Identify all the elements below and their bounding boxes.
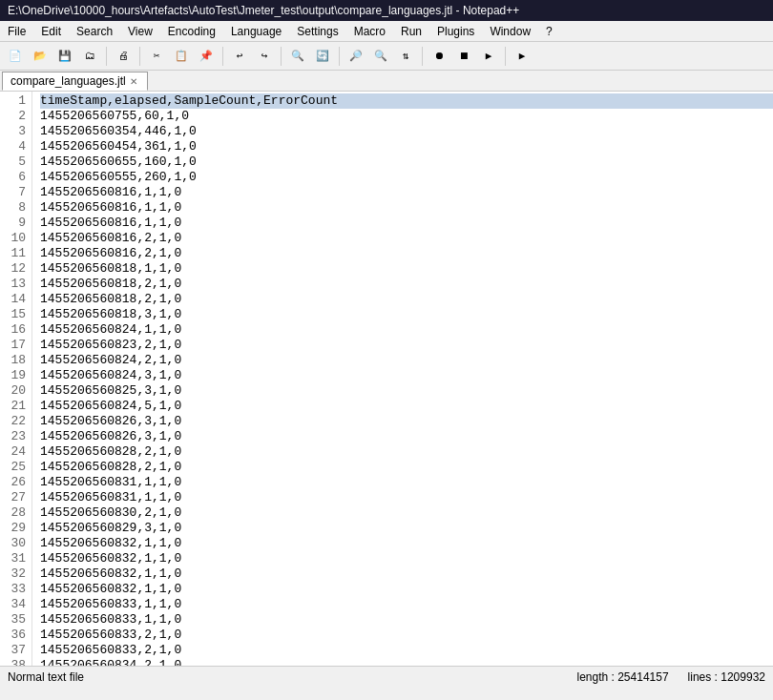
- code-line: 1455206560826,3,1,0: [40, 429, 773, 444]
- toolbar-sep-4: [281, 47, 282, 66]
- line-number: 12: [0, 261, 26, 277]
- line-number: 34: [0, 597, 26, 612]
- line-number: 38: [0, 658, 26, 666]
- line-number: 8: [0, 200, 26, 216]
- code-line: 1455206560832,1,1,0: [40, 582, 773, 597]
- menu-file[interactable]: File: [0, 21, 33, 41]
- macro-play-button[interactable]: ▶: [477, 45, 500, 68]
- menu-bar: File Edit Search View Encoding Language …: [0, 21, 773, 42]
- line-number: 16: [0, 322, 26, 338]
- code-line: 1455206560832,1,1,0: [40, 566, 773, 582]
- line-number: 10: [0, 231, 26, 246]
- save-button[interactable]: 💾: [53, 45, 76, 68]
- copy-button[interactable]: 📋: [170, 45, 193, 68]
- menu-view[interactable]: View: [120, 21, 160, 41]
- code-line: 1455206560831,1,1,0: [40, 475, 773, 490]
- line-number: 21: [0, 399, 26, 414]
- zoom-out-button[interactable]: 🔍: [369, 45, 392, 68]
- tab-close-icon[interactable]: ✕: [130, 76, 137, 87]
- macro-record-button[interactable]: ⏺: [428, 45, 450, 68]
- paste-button[interactable]: 📌: [195, 45, 218, 68]
- menu-language[interactable]: Language: [223, 21, 289, 41]
- code-line: 1455206560831,1,1,0: [40, 490, 773, 505]
- title-text: E:\OneDrive\10000_hours\Artefacts\AutoTe…: [8, 4, 519, 17]
- code-line: 1455206560824,1,1,0: [40, 322, 773, 338]
- code-content[interactable]: timeStamp,elapsed,SampleCount,ErrorCount…: [32, 92, 773, 666]
- run-button[interactable]: ▶: [511, 45, 533, 68]
- tab-file[interactable]: compare_languages.jtl ✕: [2, 72, 148, 91]
- line-number: 37: [0, 643, 26, 658]
- line-number: 33: [0, 582, 26, 597]
- status-lines: lines : 1209932: [688, 670, 765, 684]
- status-length: length : 25414157: [577, 670, 669, 684]
- code-line: 1455206560555,260,1,0: [40, 170, 773, 185]
- code-line: 1455206560830,2,1,0: [40, 505, 773, 521]
- code-line: 1455206560825,3,1,0: [40, 383, 773, 399]
- menu-window[interactable]: Window: [482, 21, 538, 41]
- menu-edit[interactable]: Edit: [33, 21, 69, 41]
- line-number: 1: [0, 93, 26, 109]
- code-line: 1455206560833,1,1,0: [40, 597, 773, 612]
- menu-encoding[interactable]: Encoding: [160, 21, 223, 41]
- code-line: 1455206560828,2,1,0: [40, 460, 773, 475]
- save-all-button[interactable]: 🗂: [78, 45, 101, 68]
- sync-scroll-button[interactable]: ⇅: [394, 45, 417, 68]
- line-number: 6: [0, 170, 26, 185]
- toolbar-sep-2: [139, 47, 140, 66]
- macro-stop-button[interactable]: ⏹: [452, 45, 475, 68]
- code-line: 1455206560816,2,1,0: [40, 231, 773, 246]
- code-line: 1455206560824,5,1,0: [40, 399, 773, 414]
- code-line: 1455206560816,2,1,0: [40, 246, 773, 261]
- replace-button[interactable]: 🔄: [311, 45, 334, 68]
- print-button[interactable]: 🖨: [112, 45, 135, 68]
- toolbar-sep-6: [422, 47, 423, 66]
- menu-help[interactable]: ?: [538, 21, 560, 41]
- menu-run[interactable]: Run: [393, 21, 429, 41]
- open-button[interactable]: 📂: [29, 45, 52, 68]
- redo-button[interactable]: ↪: [253, 45, 276, 68]
- code-line: 1455206560832,1,1,0: [40, 551, 773, 566]
- cut-button[interactable]: ✂: [145, 45, 168, 68]
- line-number: 3: [0, 124, 26, 139]
- line-number: 11: [0, 246, 26, 261]
- menu-settings[interactable]: Settings: [289, 21, 345, 41]
- undo-button[interactable]: ↩: [228, 45, 251, 68]
- line-number: 19: [0, 368, 26, 383]
- menu-search[interactable]: Search: [69, 21, 120, 41]
- code-line: 1455206560826,3,1,0: [40, 414, 773, 429]
- line-number: 29: [0, 521, 26, 536]
- line-number: 7: [0, 185, 26, 200]
- line-number: 20: [0, 383, 26, 399]
- line-number: 32: [0, 566, 26, 582]
- status-bar: Normal text file length : 25414157 lines…: [0, 666, 773, 687]
- line-number: 30: [0, 536, 26, 551]
- line-number: 31: [0, 551, 26, 566]
- line-number: 14: [0, 292, 26, 307]
- code-line: 1455206560354,446,1,0: [40, 124, 773, 139]
- line-number: 25: [0, 460, 26, 475]
- line-number: 17: [0, 338, 26, 353]
- menu-macro[interactable]: Macro: [346, 21, 393, 41]
- line-number: 26: [0, 475, 26, 490]
- code-line: 1455206560816,1,1,0: [40, 185, 773, 200]
- code-line: 1455206560833,2,1,0: [40, 628, 773, 643]
- zoom-in-button[interactable]: 🔎: [345, 45, 367, 68]
- code-line: 1455206560818,3,1,0: [40, 307, 773, 322]
- code-line: 1455206560655,160,1,0: [40, 154, 773, 170]
- code-line: 1455206560818,1,1,0: [40, 261, 773, 277]
- line-number: 9: [0, 216, 26, 231]
- code-line: timeStamp,elapsed,SampleCount,ErrorCount: [40, 93, 773, 109]
- line-number: 27: [0, 490, 26, 505]
- menu-plugins[interactable]: Plugins: [429, 21, 482, 41]
- find-button[interactable]: 🔍: [286, 45, 309, 68]
- code-line: 1455206560833,1,1,0: [40, 612, 773, 628]
- toolbar-sep-5: [339, 47, 340, 66]
- new-button[interactable]: 📄: [4, 45, 27, 68]
- code-line: 1455206560818,2,1,0: [40, 292, 773, 307]
- line-number: 4: [0, 139, 26, 154]
- code-line: 1455206560829,3,1,0: [40, 521, 773, 536]
- code-line: 1455206560828,2,1,0: [40, 444, 773, 460]
- tab-label: compare_languages.jtl: [10, 74, 126, 88]
- code-line: 1455206560818,2,1,0: [40, 277, 773, 292]
- code-line: 1455206560824,2,1,0: [40, 353, 773, 368]
